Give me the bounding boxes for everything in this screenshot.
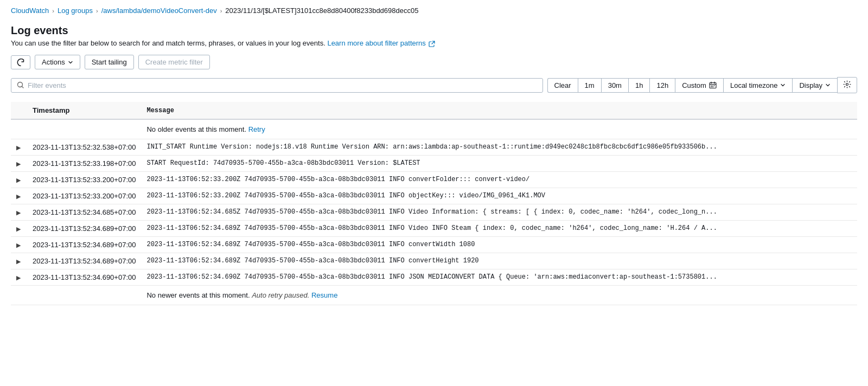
breadcrumb: CloudWatch › Log groups › /aws/lambda/de…: [0, 0, 868, 19]
expand-arrow-icon[interactable]: ▶: [16, 160, 21, 168]
no-older-events-row: No older events at this moment. Retry: [11, 119, 857, 139]
timestamp-cell: 2023-11-13T13:52:34.690+07:00: [27, 269, 141, 286]
message-cell: START RequestId: 74d70935-5700-455b-a3ca…: [141, 156, 857, 172]
search-icon: [17, 81, 24, 89]
expand-arrow-icon[interactable]: ▶: [16, 177, 21, 184]
table-row: ▶2023-11-13T13:52:34.689+07:002023-11-13…: [11, 221, 857, 237]
table-row: ▶2023-11-13T13:52:32.538+07:00INIT_START…: [11, 139, 857, 156]
svg-rect-3: [712, 86, 713, 87]
time-1h-button[interactable]: 1h: [628, 78, 649, 93]
time-buttons: Clear 1m 30m 1h 12h Custom: [547, 77, 857, 93]
page-description: You can use the filter bar below to sear…: [11, 39, 857, 47]
timezone-chevron-icon: [780, 82, 786, 88]
expand-arrow-icon[interactable]: ▶: [16, 242, 21, 249]
breadcrumb-cloudwatch[interactable]: CloudWatch: [11, 7, 49, 15]
table-row: ▶2023-11-13T13:52:34.685+07:002023-11-13…: [11, 204, 857, 221]
svg-rect-2: [711, 86, 712, 87]
resume-link[interactable]: Resume: [311, 291, 337, 299]
col-header-timestamp: Timestamp: [27, 102, 141, 119]
calendar-icon: [709, 81, 717, 89]
message-cell: 2023-11-13T06:52:34.689Z 74d70935-5700-4…: [141, 237, 857, 253]
timestamp-cell: 2023-11-13T13:52:33.198+07:00: [27, 156, 141, 172]
svg-rect-5: [711, 87, 712, 88]
message-cell: 2023-11-13T06:52:34.685Z 74d70935-5700-4…: [141, 204, 857, 221]
expand-arrow-icon[interactable]: ▶: [16, 144, 21, 151]
table-row: ▶2023-11-13T13:52:34.690+07:002023-11-13…: [11, 269, 857, 286]
filter-input-container: [11, 78, 543, 93]
table-row: ▶2023-11-13T13:52:34.689+07:002023-11-13…: [11, 237, 857, 253]
filter-bar: Clear 1m 30m 1h 12h Custom: [11, 77, 857, 93]
message-cell: INIT_START Runtime Version: nodejs:18.v1…: [141, 139, 857, 156]
time-30m-button[interactable]: 30m: [601, 78, 628, 93]
external-link-icon: [429, 41, 435, 47]
expand-arrow-icon[interactable]: ▶: [16, 193, 21, 200]
expand-arrow-icon[interactable]: ▶: [16, 258, 21, 265]
no-older-events-cell: No older events at this moment. Retry: [141, 119, 857, 139]
expand-arrow-icon[interactable]: ▶: [16, 274, 21, 281]
actions-chevron-icon: [68, 60, 73, 65]
no-newer-events-row: No newer events at this moment. Auto ret…: [11, 286, 857, 305]
breadcrumb-current: 2023/11/13/[$LATEST]3101cc8e8d80400f8233…: [225, 7, 418, 15]
custom-time-button[interactable]: Custom: [675, 78, 723, 93]
auto-retry-text: Auto retry paused.: [252, 291, 309, 299]
svg-point-7: [846, 83, 848, 86]
refresh-icon: [17, 59, 24, 66]
gear-icon: [843, 80, 851, 88]
expand-arrow-icon[interactable]: ▶: [16, 209, 21, 216]
refresh-button[interactable]: [11, 55, 30, 69]
table-header-row: Timestamp Message: [11, 102, 857, 119]
svg-rect-6: [712, 87, 713, 88]
display-chevron-icon: [825, 82, 831, 88]
main-content: Log events You can use the filter bar be…: [0, 19, 868, 316]
log-events-table: Timestamp Message No older events at thi…: [11, 102, 857, 305]
page-wrapper: CloudWatch › Log groups › /aws/lambda/de…: [0, 0, 868, 386]
timestamp-cell: 2023-11-13T13:52:34.689+07:00: [27, 221, 141, 237]
time-12h-button[interactable]: 12h: [649, 78, 675, 93]
table-row: ▶2023-11-13T13:52:33.200+07:002023-11-13…: [11, 188, 857, 204]
learn-more-link[interactable]: Learn more about filter patterns: [327, 39, 425, 47]
breadcrumb-log-groups[interactable]: Log groups: [58, 7, 93, 15]
no-newer-events-text: No newer events at this moment.: [146, 291, 250, 299]
timestamp-cell: 2023-11-13T13:52:33.200+07:00: [27, 188, 141, 204]
timestamp-cell: 2023-11-13T13:52:34.689+07:00: [27, 237, 141, 253]
table-row: ▶2023-11-13T13:52:33.198+07:00START Requ…: [11, 156, 857, 172]
col-header-message: Message: [141, 102, 857, 119]
breadcrumb-sep-1: ›: [52, 8, 54, 14]
timestamp-cell: 2023-11-13T13:52:34.685+07:00: [27, 204, 141, 221]
breadcrumb-sep-3: ›: [220, 8, 222, 14]
message-cell: 2023-11-13T06:52:34.689Z 74d70935-5700-4…: [141, 253, 857, 269]
col-header-expand: [11, 102, 27, 119]
table-row: ▶2023-11-13T13:52:33.200+07:002023-11-13…: [11, 172, 857, 188]
create-metric-filter-button[interactable]: Create metric filter: [138, 55, 210, 69]
table-row: ▶2023-11-13T13:52:34.689+07:002023-11-13…: [11, 253, 857, 269]
filter-events-input[interactable]: [28, 81, 537, 89]
breadcrumb-lambda[interactable]: /aws/lambda/demoVideoConvert-dev: [101, 7, 217, 15]
expand-arrow-icon[interactable]: ▶: [16, 226, 21, 233]
clear-button[interactable]: Clear: [547, 78, 578, 93]
timestamp-cell: 2023-11-13T13:52:33.200+07:00: [27, 172, 141, 188]
breadcrumb-sep-2: ›: [96, 8, 98, 14]
svg-rect-4: [714, 86, 715, 87]
message-cell: 2023-11-13T06:52:34.689Z 74d70935-5700-4…: [141, 221, 857, 237]
time-1m-button[interactable]: 1m: [578, 78, 601, 93]
timestamp-cell: 2023-11-13T13:52:34.689+07:00: [27, 253, 141, 269]
message-cell: 2023-11-13T06:52:33.200Z 74d70935-5700-4…: [141, 188, 857, 204]
start-tailing-button[interactable]: Start tailing: [85, 55, 134, 69]
timezone-button[interactable]: Local timezone: [723, 78, 792, 93]
retry-link[interactable]: Retry: [248, 125, 265, 133]
display-button[interactable]: Display: [792, 78, 837, 93]
message-cell: 2023-11-13T06:52:33.200Z 74d70935-5700-4…: [141, 172, 857, 188]
actions-button[interactable]: Actions: [35, 55, 80, 69]
settings-button[interactable]: [837, 77, 857, 93]
toolbar: Actions Start tailing Create metric filt…: [11, 55, 857, 69]
message-cell: 2023-11-13T06:52:34.690Z 74d70935-5700-4…: [141, 269, 857, 286]
no-newer-events-cell: No newer events at this moment. Auto ret…: [141, 286, 857, 305]
page-title: Log events: [11, 24, 857, 37]
timestamp-cell: 2023-11-13T13:52:32.538+07:00: [27, 139, 141, 156]
